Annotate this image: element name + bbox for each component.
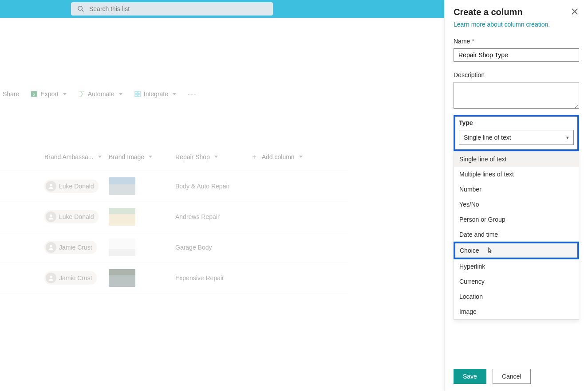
table-row[interactable]: Jamie Crust Expensive Repair bbox=[0, 263, 348, 293]
avatar-icon bbox=[46, 242, 56, 253]
svg-rect-5 bbox=[138, 91, 140, 94]
table-row[interactable]: Luke Donald Andrews Repair bbox=[0, 202, 348, 232]
search-input[interactable] bbox=[89, 5, 267, 12]
grid-icon bbox=[134, 90, 141, 98]
column-header-image-label: Brand Image bbox=[109, 153, 144, 160]
excel-icon: x bbox=[31, 90, 38, 98]
integrate-label: Integrate bbox=[144, 90, 168, 98]
list-table: Brand Ambassa... Brand Image Repair Shop… bbox=[0, 151, 348, 293]
repair-shop-cell: Expensive Repair bbox=[175, 274, 242, 282]
integrate-button[interactable]: Integrate bbox=[134, 90, 176, 98]
cursor-pointer-icon bbox=[486, 247, 493, 254]
add-column-button[interactable]: + Add column bbox=[242, 153, 313, 161]
repair-shop-cell: Garage Body bbox=[175, 244, 242, 251]
description-field-label: Description bbox=[454, 71, 579, 78]
repair-shop-cell: Andrews Repair bbox=[175, 213, 242, 220]
learn-more-link[interactable]: Learn more about column creation. bbox=[454, 21, 579, 28]
type-option-person[interactable]: Person or Group bbox=[454, 212, 579, 227]
svg-point-10 bbox=[50, 245, 52, 247]
type-option-single-line[interactable]: Single line of text bbox=[454, 152, 579, 167]
type-dropdown: Single line of text Multiple lines of te… bbox=[454, 151, 579, 320]
type-option-number[interactable]: Number bbox=[454, 182, 579, 197]
export-label: Export bbox=[40, 90, 58, 98]
person-chip[interactable]: Jamie Crust bbox=[44, 241, 97, 254]
person-chip[interactable]: Jamie Crust bbox=[44, 271, 97, 285]
name-input[interactable] bbox=[454, 48, 579, 62]
type-option-currency[interactable]: Currency bbox=[454, 274, 579, 289]
create-column-panel: Create a column Learn more about column … bbox=[444, 0, 588, 391]
person-name: Jamie Crust bbox=[59, 274, 92, 282]
svg-rect-6 bbox=[135, 94, 137, 97]
type-option-datetime[interactable]: Date and time bbox=[454, 227, 579, 242]
svg-rect-4 bbox=[135, 91, 137, 94]
avatar-icon bbox=[46, 273, 56, 283]
search-icon bbox=[77, 5, 84, 12]
save-button[interactable]: Save bbox=[454, 369, 486, 384]
repair-shop-cell: Body & Auto Repair bbox=[175, 183, 242, 190]
person-name: Jamie Crust bbox=[59, 244, 92, 251]
avatar-icon bbox=[46, 211, 56, 222]
table-row[interactable]: Luke Donald Body & Auto Repair bbox=[0, 171, 348, 202]
type-option-hyperlink[interactable]: Hyperlink bbox=[454, 259, 579, 274]
type-option-choice[interactable]: Choice bbox=[454, 242, 579, 259]
svg-point-8 bbox=[50, 184, 52, 186]
person-chip[interactable]: Luke Donald bbox=[44, 180, 99, 193]
automate-label: Automate bbox=[88, 90, 114, 98]
table-header-row: Brand Ambassa... Brand Image Repair Shop… bbox=[0, 151, 348, 171]
plus-icon: + bbox=[252, 153, 256, 161]
table-row[interactable]: Jamie Crust Garage Body bbox=[0, 232, 348, 263]
column-header-image[interactable]: Brand Image bbox=[109, 153, 175, 160]
brand-image-thumb[interactable] bbox=[109, 239, 135, 256]
type-option-multi-line[interactable]: Multiple lines of text bbox=[454, 167, 579, 182]
panel-footer: Save Cancel bbox=[454, 360, 579, 384]
svg-rect-7 bbox=[138, 94, 140, 97]
close-icon[interactable] bbox=[570, 7, 579, 16]
type-option-location[interactable]: Location bbox=[454, 289, 579, 304]
command-bar: Share x Export Automate Integrate ··· bbox=[0, 84, 200, 104]
type-option-yesno[interactable]: Yes/No bbox=[454, 197, 579, 212]
share-label: Share bbox=[3, 90, 19, 98]
panel-title: Create a column bbox=[454, 7, 523, 17]
brand-image-thumb[interactable] bbox=[109, 269, 135, 287]
type-select[interactable]: Single line of text ▾ bbox=[459, 130, 574, 145]
more-commands-button[interactable]: ··· bbox=[188, 90, 197, 99]
column-header-ambassador-label: Brand Ambassa... bbox=[44, 153, 94, 160]
description-input[interactable] bbox=[454, 82, 579, 109]
automate-button[interactable]: Automate bbox=[78, 90, 122, 98]
type-selected-value: Single line of text bbox=[464, 134, 511, 141]
svg-point-0 bbox=[78, 6, 82, 10]
name-field-label: Name * bbox=[454, 38, 579, 45]
person-name: Luke Donald bbox=[59, 183, 94, 190]
add-column-label: Add column bbox=[262, 153, 295, 160]
brand-image-thumb[interactable] bbox=[109, 208, 135, 226]
svg-line-1 bbox=[82, 10, 83, 12]
avatar-icon bbox=[46, 181, 56, 192]
share-button[interactable]: Share bbox=[3, 90, 19, 98]
search-box[interactable] bbox=[71, 2, 273, 16]
svg-text:x: x bbox=[33, 92, 36, 97]
type-field-highlight: Type Single line of text ▾ bbox=[454, 115, 579, 151]
person-chip[interactable]: Luke Donald bbox=[44, 210, 99, 223]
cancel-button[interactable]: Cancel bbox=[493, 369, 531, 384]
column-header-repair-label: Repair Shop bbox=[175, 153, 210, 160]
svg-point-9 bbox=[50, 215, 52, 217]
person-name: Luke Donald bbox=[59, 213, 94, 220]
column-header-repair[interactable]: Repair Shop bbox=[175, 153, 242, 160]
export-button[interactable]: x Export bbox=[31, 90, 66, 98]
column-header-ambassador[interactable]: Brand Ambassa... bbox=[44, 153, 109, 160]
type-option-image[interactable]: Image bbox=[454, 304, 579, 319]
chevron-down-icon: ▾ bbox=[566, 135, 569, 141]
type-option-choice-label: Choice bbox=[460, 247, 479, 254]
svg-point-11 bbox=[50, 276, 52, 278]
type-field-label: Type bbox=[459, 119, 574, 126]
brand-image-thumb[interactable] bbox=[109, 177, 135, 195]
flow-icon bbox=[78, 90, 85, 98]
